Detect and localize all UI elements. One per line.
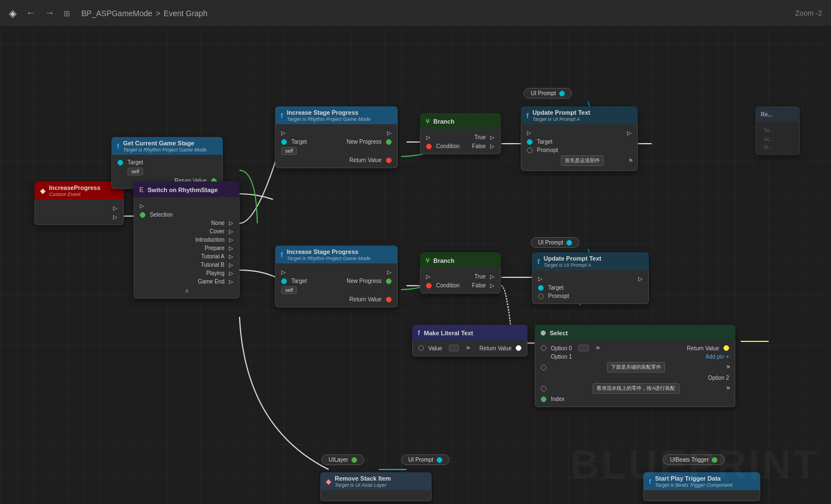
target-label: Target: [291, 278, 307, 284]
ui-prompt-bot[interactable]: UI Prompt: [531, 237, 579, 248]
condition-row: Condition False ▷: [426, 142, 495, 150]
prepare-row: Prepare ▷: [140, 244, 233, 252]
cover-label: Cover: [209, 228, 224, 234]
option1-pin: [541, 365, 546, 370]
option0-box[interactable]: [579, 345, 589, 351]
breadcrumb-graph[interactable]: Event Graph: [164, 9, 208, 18]
ui-prompt-bottom-label: UI Prompt: [408, 457, 433, 463]
connections-layer: [0, 27, 831, 504]
exec-row: ▷: [41, 203, 118, 213]
start-play-trigger-node[interactable]: f Start Play Trigger Data Target is Beat…: [643, 472, 760, 501]
promopt-label: Promopt: [548, 293, 569, 299]
update-prompt-text-bot-node[interactable]: f Update Prompt Text Target is UI Prompt…: [532, 252, 649, 304]
tutorial-a-label: Tutorial A: [201, 253, 224, 260]
node-body-partial: Ta... Ac... St...: [755, 122, 800, 155]
node-title: Switch on RhythmStage: [148, 187, 218, 193]
target-label: Target: [128, 159, 143, 165]
node-subtitle: Target is UI Asse Layer: [335, 482, 391, 488]
promopt-row: Promopt: [538, 292, 643, 300]
branch-top-node[interactable]: ⑂ Branch ▷ True ▷ Condition False ▷: [420, 113, 501, 154]
true-label: True: [475, 273, 486, 280]
node-title: Branch: [433, 257, 454, 264]
exec-in-pin: ▷: [140, 203, 144, 209]
uibeats-pin: [712, 457, 717, 463]
exec-row: ▷ True ▷: [426, 271, 495, 281]
option2-pin: [541, 386, 546, 392]
value-pin: [418, 345, 424, 351]
false-label: False: [472, 282, 486, 288]
exec-out: ▷: [387, 269, 392, 275]
pin-row: ▷: [41, 213, 118, 221]
branch-bot-node[interactable]: ⑂ Branch ▷ True ▷ Condition False ▷: [420, 252, 501, 293]
index-label: Index: [551, 396, 564, 402]
true-pin: ▷: [490, 134, 495, 140]
select-node[interactable]: ⊕ Select Option 0 ⚑ Return Value Option …: [535, 325, 735, 407]
target-pin: [281, 139, 287, 145]
node-header: f Increase Stage Progress Target is Rhyt…: [275, 106, 398, 124]
update-prompt-text-top-node[interactable]: f Update Prompt Text Target is UI Prompt…: [521, 106, 638, 171]
exec-row: ▷ ▷: [281, 128, 392, 138]
return-pin: [386, 158, 392, 163]
playing-row: Playing ▷: [140, 269, 233, 277]
node-header: ◆ Remove Stack Item Target is UI Asse La…: [320, 472, 432, 490]
breadcrumb: BP_ASPGameMode > Event Graph: [81, 9, 207, 18]
option0-label: Option 0: [551, 345, 572, 351]
ui-prompt-bottom-node[interactable]: UI Prompt: [401, 454, 449, 465]
increase-stage-progress-top-node[interactable]: f Increase Stage Progress Target is Rhyt…: [275, 106, 398, 168]
add-pin-button[interactable]: Add pin +: [705, 354, 729, 360]
uilayer-node[interactable]: UILayer: [321, 454, 364, 465]
node-title: Remove Stack Item: [335, 475, 391, 482]
node-header: f Increase Stage Progress Target is Rhyt…: [275, 246, 398, 263]
prepare-pin: ▷: [229, 245, 233, 251]
increase-progress-node[interactable]: ◆ IncreaseProgress Custom Event ▷ ▷: [35, 182, 124, 225]
option1-value: 下面是关键的装配零件: [607, 362, 665, 373]
promopt-value-row: 首先是运送部件 ⚑: [527, 154, 632, 167]
ui-prompt-top[interactable]: UI Prompt: [524, 88, 572, 99]
switch-icon: E: [139, 186, 144, 194]
self-box: self: [281, 147, 297, 155]
node-title: Get Current Game Stage: [123, 140, 207, 146]
return-pin: [516, 345, 521, 351]
uibeats-trigger-node[interactable]: UIBeats Trigger: [663, 454, 725, 465]
switch-rhythm-stage-node[interactable]: E Switch on RhythmStage ▷ Selection None…: [134, 182, 239, 299]
option0-pin: [541, 345, 546, 351]
none-label: None: [211, 220, 224, 226]
value-box[interactable]: [449, 345, 459, 351]
option0-row: Option 0 ⚑ Return Value: [541, 344, 729, 353]
playing-pin: ▷: [229, 270, 233, 276]
cover-pin: ▷: [229, 228, 233, 234]
exec-in: ▷: [538, 276, 542, 282]
node-title: Increase Stage Progress: [287, 248, 370, 255]
function-icon: f: [117, 143, 119, 150]
selection-label: Selection: [150, 212, 173, 218]
blueprint-canvas[interactable]: ◆ IncreaseProgress Custom Event ▷ ▷ f Ge…: [0, 27, 831, 504]
node-header: f Update Prompt Text Target is UI Prompt…: [532, 252, 649, 270]
uibeats-label: UIBeats Trigger: [670, 457, 708, 463]
back-button[interactable]: ←: [23, 5, 38, 21]
forward-button[interactable]: →: [42, 5, 57, 21]
true-pin: ▷: [490, 273, 495, 280]
breadcrumb-project[interactable]: BP_ASPGameMode: [81, 9, 153, 18]
function-icon: f: [281, 251, 283, 259]
node-subtitle: Target is Beats Trigger Component: [655, 482, 732, 488]
exec-in: ▷: [426, 134, 431, 140]
scroll-arrow[interactable]: ∧: [140, 286, 233, 295]
node-body: ▷ ▷ Target New Progress self Return Valu…: [275, 124, 398, 168]
navigation-buttons[interactable]: ← →: [23, 5, 57, 21]
tutorial-a-row: Tutorial A ▷: [140, 252, 233, 261]
remove-stack-item-node[interactable]: ◆ Remove Stack Item Target is UI Asse La…: [320, 472, 432, 501]
option2-label: Option 2: [708, 375, 729, 381]
node-title: Increase Stage Progress: [287, 109, 370, 116]
make-literal-text-node[interactable]: f Make Literal Text Value ⚑ Return Value: [412, 325, 527, 356]
exec-row: ▷ ▷: [538, 273, 643, 283]
target-row: Target New Progress: [281, 138, 392, 146]
index-pin: [541, 397, 546, 402]
return-label: Return Value: [349, 296, 382, 302]
node-subtitle: Target is UI Prompt A: [532, 116, 590, 122]
increase-stage-progress-bot-node[interactable]: f Increase Stage Progress Target is Rhyt…: [275, 246, 398, 307]
return-label: Return Value: [480, 345, 512, 351]
function-icon: f: [418, 329, 420, 337]
game-end-row: Game End ▷: [140, 277, 233, 286]
exec-out: ▷: [387, 130, 392, 136]
prepare-label: Prepare: [204, 245, 224, 251]
